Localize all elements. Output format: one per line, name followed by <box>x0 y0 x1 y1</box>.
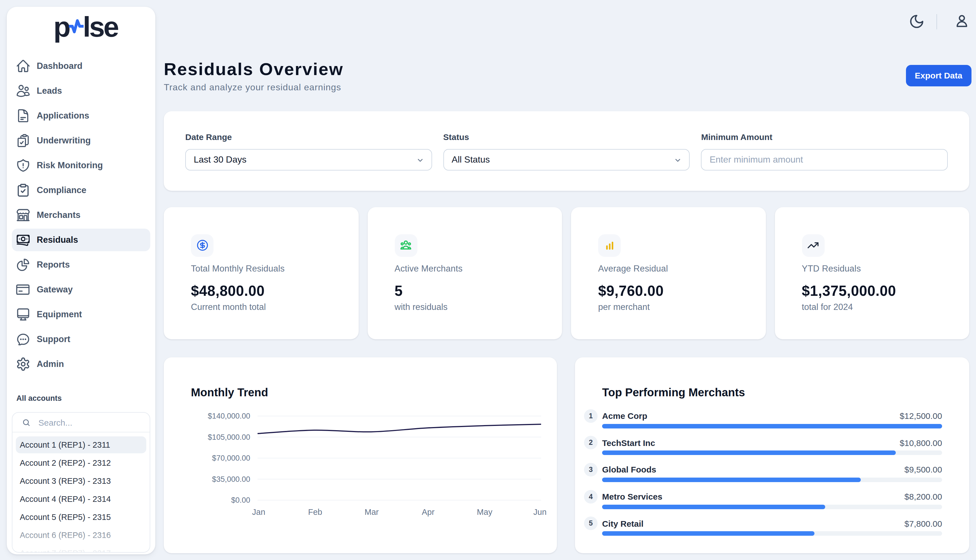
svg-text:Mar: Mar <box>365 508 379 517</box>
svg-text:$70,000.00: $70,000.00 <box>212 454 250 462</box>
svg-text:$140,000.00: $140,000.00 <box>208 412 250 420</box>
svg-text:$0.00: $0.00 <box>231 496 250 504</box>
svg-text:Jun: Jun <box>534 508 547 517</box>
svg-text:$105,000.00: $105,000.00 <box>208 433 250 442</box>
svg-text:May: May <box>477 508 492 517</box>
svg-text:$35,000.00: $35,000.00 <box>212 475 250 483</box>
svg-text:Jan: Jan <box>252 508 265 517</box>
svg-text:Feb: Feb <box>308 508 322 517</box>
svg-text:Apr: Apr <box>422 508 434 517</box>
